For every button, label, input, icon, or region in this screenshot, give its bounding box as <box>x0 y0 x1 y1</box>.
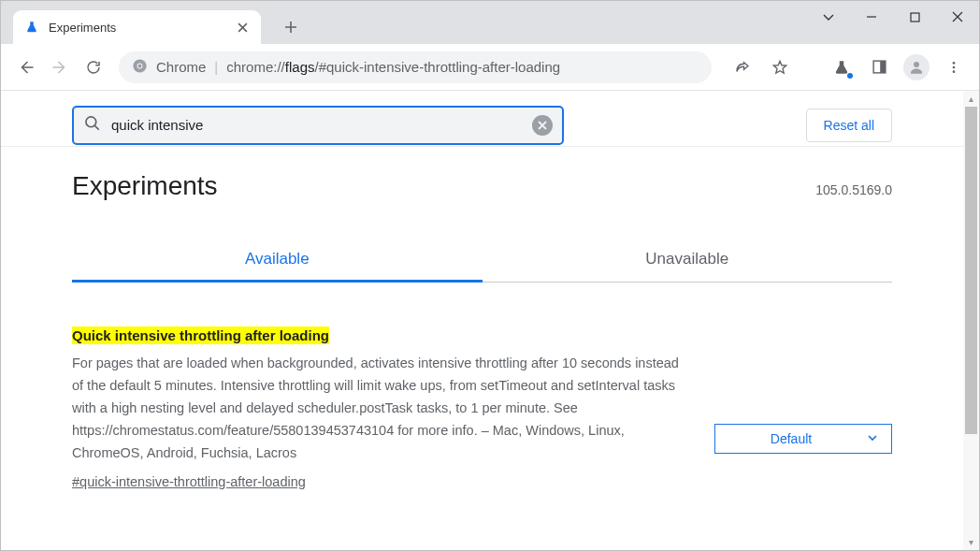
experiment-anchor-link[interactable]: #quick-intensive-throttling-after-loadin… <box>72 474 306 489</box>
svg-point-7 <box>953 62 956 65</box>
share-icon[interactable] <box>727 51 758 83</box>
reading-list-icon[interactable] <box>863 51 895 83</box>
scroll-down-arrow-icon[interactable]: ▾ <box>963 534 979 550</box>
chevron-down-icon <box>867 431 882 446</box>
caret-down-icon[interactable] <box>807 1 850 33</box>
chrome-logo-icon <box>132 58 148 77</box>
minimize-button[interactable] <box>850 1 893 33</box>
flags-page: Reset all Experiments 105.0.5169.0 Avail… <box>1 91 963 550</box>
tab-title: Experiments <box>49 21 235 35</box>
svg-point-3 <box>138 64 142 67</box>
flags-header: Reset all <box>1 91 963 147</box>
forward-button[interactable] <box>44 51 76 83</box>
search-icon <box>83 114 102 136</box>
address-bar[interactable]: Chrome | chrome://flags/#quick-intensive… <box>119 51 712 83</box>
svg-point-9 <box>953 70 956 73</box>
url-scheme-label: Chrome <box>156 59 206 75</box>
notification-dot-icon <box>847 73 853 79</box>
experiment-item: Quick intensive throttling after loading… <box>72 327 892 489</box>
scroll-thumb[interactable] <box>965 107 977 434</box>
title-bar: Experiments <box>1 1 979 44</box>
window-controls <box>807 1 979 33</box>
vertical-scrollbar[interactable]: ▴ ▾ <box>963 91 979 550</box>
svg-rect-5 <box>880 61 886 73</box>
browser-tab[interactable]: Experiments <box>13 10 261 44</box>
experiment-title: Quick intensive throttling after loading <box>72 326 329 344</box>
toolbar-right <box>721 51 970 83</box>
spacer <box>801 51 820 83</box>
separator: | <box>214 59 218 75</box>
tab-available[interactable]: Available <box>72 240 483 283</box>
scroll-up-arrow-icon[interactable]: ▴ <box>963 91 979 107</box>
close-window-button[interactable] <box>936 1 979 33</box>
version-label: 105.0.5169.0 <box>815 182 892 197</box>
search-box[interactable] <box>72 106 564 145</box>
profile-avatar[interactable] <box>901 51 932 83</box>
clear-search-button[interactable] <box>532 115 553 136</box>
kebab-menu-icon[interactable] <box>938 51 970 83</box>
experiment-description: For pages that are loaded when backgroun… <box>72 353 688 465</box>
person-icon <box>903 54 930 80</box>
reset-all-button[interactable]: Reset all <box>806 109 892 142</box>
svg-point-10 <box>86 117 96 127</box>
bookmark-star-icon[interactable] <box>764 51 796 83</box>
browser-toolbar: Chrome | chrome://flags/#quick-intensive… <box>1 44 979 91</box>
reload-button[interactable] <box>78 51 109 83</box>
search-input[interactable] <box>111 117 523 133</box>
back-button[interactable] <box>10 51 42 83</box>
maximize-button[interactable] <box>893 1 936 33</box>
close-tab-icon[interactable] <box>235 20 250 35</box>
svg-point-6 <box>914 62 919 67</box>
experiments-flask-icon[interactable] <box>826 51 858 83</box>
flask-icon <box>24 20 39 35</box>
new-tab-button[interactable] <box>278 14 304 40</box>
experiment-state-dropdown[interactable]: Default <box>714 424 892 454</box>
page-tabs: Available Unavailable <box>72 240 892 283</box>
url-text: chrome://flags/#quick-intensive-throttli… <box>226 59 560 75</box>
svg-point-8 <box>953 65 956 68</box>
tab-unavailable[interactable]: Unavailable <box>483 240 893 282</box>
svg-rect-0 <box>911 13 919 22</box>
dropdown-value: Default <box>715 431 867 446</box>
page-title: Experiments <box>72 171 218 201</box>
